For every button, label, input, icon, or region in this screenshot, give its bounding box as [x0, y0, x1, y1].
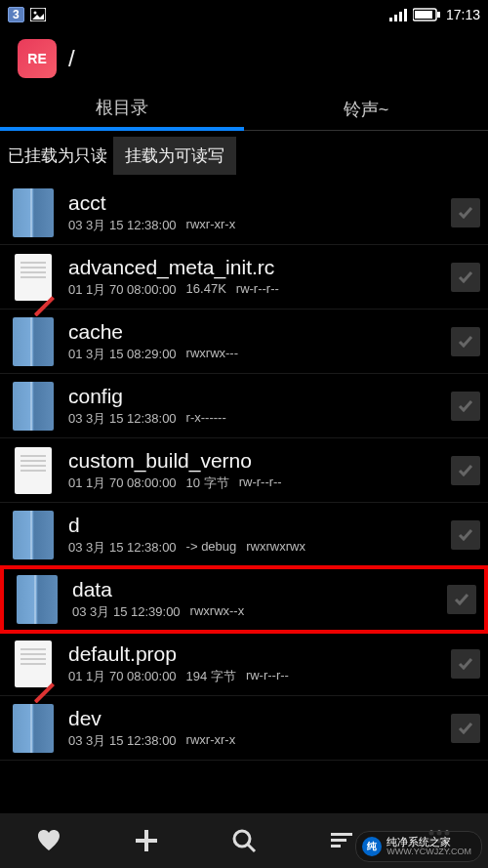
- checkbox[interactable]: [451, 263, 480, 292]
- svg-rect-8: [437, 12, 440, 18]
- svg-rect-7: [415, 11, 432, 19]
- svg-rect-3: [394, 15, 397, 21]
- file-name: custom_build_verno: [68, 449, 451, 473]
- checkbox[interactable]: [451, 327, 480, 356]
- status-right: 17:13: [389, 7, 480, 22]
- file-meta: 03 3月 15 12:39:00rwxrwx--x: [72, 603, 447, 621]
- notification-badge: 3: [8, 7, 24, 22]
- svg-rect-2: [389, 18, 392, 21]
- app-icon[interactable]: RE: [18, 39, 57, 78]
- svg-rect-15: [331, 845, 341, 847]
- signal-icon: [389, 8, 407, 21]
- file-meta: 03 3月 15 12:38:00-> debugrwxrwxrwx: [68, 539, 451, 557]
- svg-rect-13: [331, 833, 352, 836]
- file-name: acct: [68, 191, 451, 215]
- status-bar: 3 17:13: [0, 0, 488, 29]
- file-list: acct03 3月 15 12:38:00rwxr-xr-xadvanced_m…: [0, 181, 488, 761]
- checkbox[interactable]: [447, 585, 476, 614]
- svg-line-12: [248, 845, 255, 851]
- file-meta: 03 3月 15 12:38:00r-x------: [68, 410, 451, 428]
- tabs: 根目录铃声~: [0, 88, 488, 131]
- folder-icon: [13, 704, 54, 753]
- svg-rect-4: [399, 12, 402, 21]
- file-row[interactable]: default.prop01 1月 70 08:00:00194 字节rw-r-…: [0, 632, 488, 696]
- file-meta: 01 1月 70 08:00:0010 字节rw-r--r--: [68, 475, 451, 492]
- file-row[interactable]: advanced_meta_init.rc01 1月 70 08:00:0016…: [0, 245, 488, 310]
- heart-icon: [36, 829, 61, 852]
- file-name: data: [72, 578, 447, 601]
- file-meta: 01 1月 70 08:00:0016.47Krw-r--r--: [68, 281, 451, 299]
- folder-icon: [13, 188, 54, 237]
- file-name: d: [68, 514, 451, 537]
- svg-point-1: [33, 12, 36, 15]
- svg-point-11: [234, 831, 250, 847]
- file-row[interactable]: config03 3月 15 12:38:00r-x------: [0, 374, 488, 438]
- add-button[interactable]: [98, 813, 195, 868]
- file-name: cache: [68, 320, 451, 344]
- plus-icon: [134, 828, 159, 853]
- file-row[interactable]: custom_build_verno01 1月 70 08:00:0010 字节…: [0, 438, 488, 503]
- watermark-logo: 纯: [362, 837, 382, 856]
- checkbox[interactable]: [451, 456, 480, 485]
- file-row[interactable]: acct03 3月 15 12:38:00rwxr-xr-x: [0, 181, 488, 245]
- app-header: RE /: [0, 29, 488, 88]
- file-row[interactable]: dev03 3月 15 12:38:00rwxr-xr-x: [0, 696, 488, 761]
- checkbox[interactable]: [451, 649, 480, 679]
- file-meta: 01 1月 70 08:00:00194 字节rw-r--r--: [68, 668, 451, 685]
- folder-icon: [13, 511, 54, 559]
- checkbox[interactable]: [451, 392, 480, 421]
- status-left: 3: [8, 7, 46, 22]
- checkbox[interactable]: [451, 198, 480, 227]
- sort-icon: [329, 831, 354, 850]
- folder-icon: [13, 382, 54, 431]
- watermark-line2: WWW.YCWJZY.COM: [386, 847, 471, 857]
- folder-icon: [17, 575, 58, 624]
- file-row[interactable]: d03 3月 15 12:38:00-> debugrwxrwxrwx: [0, 503, 488, 567]
- svg-rect-14: [331, 839, 346, 842]
- file-name: dev: [68, 707, 451, 730]
- svg-rect-5: [404, 9, 407, 21]
- file-meta: 03 3月 15 12:38:00rwxr-xr-x: [68, 217, 451, 234]
- svg-rect-10: [136, 839, 157, 843]
- search-icon: [231, 828, 257, 853]
- tab-1[interactable]: 铃声~: [244, 88, 488, 131]
- file-name: config: [68, 385, 451, 408]
- file-name: default.prop: [68, 642, 451, 666]
- file-meta: 01 3月 15 08:29:00rwxrwx---: [68, 346, 451, 363]
- search-button[interactable]: [195, 813, 293, 868]
- file-icon: [15, 447, 52, 494]
- mount-rw-button[interactable]: 挂载为可读写: [113, 137, 236, 175]
- checkbox[interactable]: [451, 714, 480, 743]
- mount-bar: 已挂载为只读 挂载为可读写: [0, 131, 488, 181]
- tab-0[interactable]: 根目录: [0, 88, 244, 131]
- file-edit-icon: [15, 641, 52, 687]
- path-text[interactable]: /: [68, 45, 75, 72]
- mount-status-label: 已挂载为只读: [2, 139, 113, 173]
- watermark: 纯 纯净系统之家 WWW.YCWJZY.COM: [355, 831, 482, 862]
- favorite-button[interactable]: [0, 813, 98, 868]
- file-name: advanced_meta_init.rc: [68, 256, 451, 279]
- file-row[interactable]: data03 3月 15 12:39:00rwxrwx--x: [0, 565, 488, 634]
- gallery-icon: [30, 8, 46, 21]
- folder-icon: [13, 317, 54, 366]
- file-meta: 03 3月 15 12:38:00rwxr-xr-x: [68, 732, 451, 750]
- file-edit-icon: [15, 254, 52, 301]
- battery-icon: [413, 8, 440, 21]
- checkbox[interactable]: [451, 520, 480, 550]
- file-row[interactable]: cache01 3月 15 08:29:00rwxrwx---: [0, 310, 488, 374]
- status-time: 17:13: [446, 7, 480, 22]
